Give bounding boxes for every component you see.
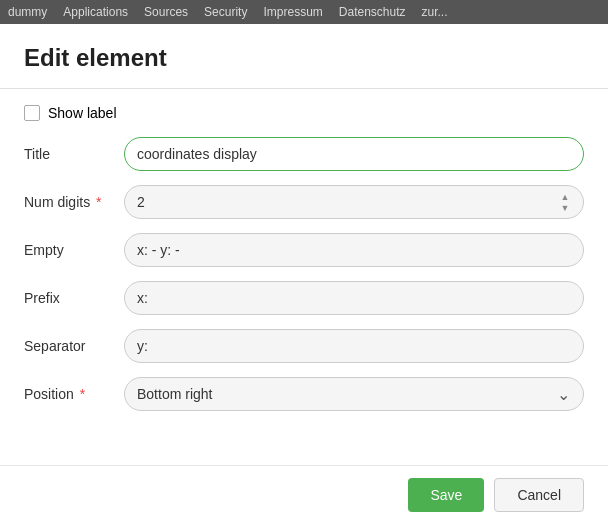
position-label: Position *	[24, 386, 124, 402]
nav-item-datenschutz[interactable]: Datenschutz	[339, 5, 406, 19]
nav-item-sources[interactable]: Sources	[144, 5, 188, 19]
separator-row: Separator	[24, 329, 584, 363]
top-nav: dummy Applications Sources Security Impr…	[0, 0, 608, 24]
modal-footer: Save Cancel	[0, 465, 608, 524]
num-digits-input[interactable]	[124, 185, 584, 219]
modal-body: Show label Title Num digits * ▲ ▼	[0, 89, 608, 465]
nav-item-security[interactable]: Security	[204, 5, 247, 19]
num-digits-label: Num digits *	[24, 194, 124, 210]
cancel-button[interactable]: Cancel	[494, 478, 584, 512]
title-input[interactable]	[124, 137, 584, 171]
separator-input[interactable]	[124, 329, 584, 363]
show-label-checkbox[interactable]	[24, 105, 40, 121]
spinner-buttons: ▲ ▼	[558, 192, 572, 213]
required-star: *	[92, 194, 101, 210]
nav-item-dummy[interactable]: dummy	[8, 5, 47, 19]
title-row: Title	[24, 137, 584, 171]
spinner-down-button[interactable]: ▼	[558, 203, 572, 213]
empty-input[interactable]	[124, 233, 584, 267]
save-button[interactable]: Save	[408, 478, 484, 512]
modal-overlay: Edit element Show label Title Num digits…	[0, 24, 608, 524]
show-label-text: Show label	[48, 105, 117, 121]
position-row: Position * Top left Top right Bottom lef…	[24, 377, 584, 411]
num-digits-wrapper: ▲ ▼	[124, 185, 584, 219]
position-required-star: *	[76, 386, 85, 402]
position-select-wrapper: Top left Top right Bottom left Bottom ri…	[124, 377, 584, 411]
modal-header: Edit element	[0, 24, 608, 89]
empty-label: Empty	[24, 242, 124, 258]
num-digits-row: Num digits * ▲ ▼	[24, 185, 584, 219]
nav-item-zur[interactable]: zur...	[422, 5, 448, 19]
position-select[interactable]: Top left Top right Bottom left Bottom ri…	[124, 377, 584, 411]
nav-item-applications[interactable]: Applications	[63, 5, 128, 19]
show-label-row: Show label	[24, 105, 584, 121]
edit-element-modal: Edit element Show label Title Num digits…	[0, 24, 608, 524]
nav-item-impressum[interactable]: Impressum	[263, 5, 322, 19]
title-label: Title	[24, 146, 124, 162]
separator-label: Separator	[24, 338, 124, 354]
empty-row: Empty	[24, 233, 584, 267]
prefix-input[interactable]	[124, 281, 584, 315]
prefix-label: Prefix	[24, 290, 124, 306]
modal-title: Edit element	[24, 44, 584, 72]
prefix-row: Prefix	[24, 281, 584, 315]
spinner-up-button[interactable]: ▲	[558, 192, 572, 202]
